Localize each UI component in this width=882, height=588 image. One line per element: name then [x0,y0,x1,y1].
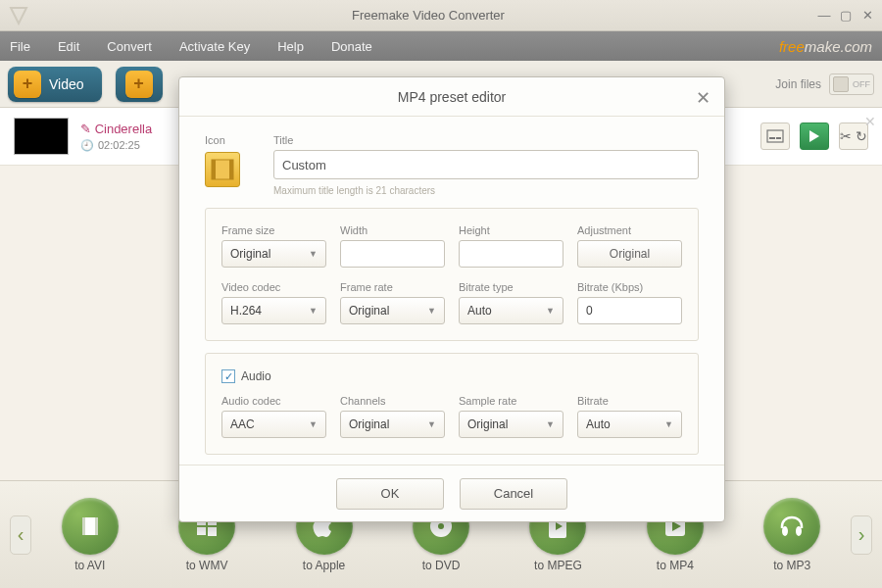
join-files-label: Join files [775,77,821,91]
audio-enable-checkbox[interactable]: ✓ Audio [221,369,682,383]
file-duration: 🕘 02:02:25 [80,139,152,152]
output-avi[interactable]: to AVI [62,498,119,572]
adjustment-button[interactable]: Original [577,240,682,268]
preset-editor-dialog: MP4 preset editor ✕ Icon Title Maximum t… [178,76,725,522]
scroll-left-button[interactable]: ‹ [10,515,31,555]
menu-bar: File Edit Convert Activate Key Help Dona… [0,31,882,61]
window-maximize-button[interactable]: ▢ [839,9,853,23]
menu-edit[interactable]: Edit [58,39,79,54]
dialog-title: MP4 preset editor [398,89,507,105]
output-dvd-label: to DVD [422,559,461,572]
svg-rect-2 [769,137,775,139]
sample-rate-select[interactable]: Original▼ [459,411,564,438]
menu-donate[interactable]: Donate [331,39,372,54]
output-mpeg-label: to MPEG [534,559,582,572]
audio-settings-panel: ✓ Audio Audio codec AAC▼ Channels Origin… [205,353,699,455]
plus-icon: + [125,71,153,98]
audio-codec-select[interactable]: AAC▼ [221,411,326,438]
icon-field-label: Icon [205,134,248,146]
clock-icon: 🕘 [80,139,94,152]
menu-help[interactable]: Help [277,39,304,54]
menu-file[interactable]: File [10,39,30,54]
svg-rect-11 [208,527,217,536]
checkbox-icon: ✓ [221,369,235,383]
svg-rect-6 [82,517,85,535]
toggle-switch[interactable]: OFF [829,74,874,95]
svg-point-13 [438,523,444,529]
video-thumbnail [14,118,69,155]
preset-title-input[interactable] [273,150,699,179]
bitrate-type-select[interactable]: Auto▼ [459,297,564,324]
video-codec-label: Video codec [221,281,326,293]
remove-file-button[interactable]: ✕ [864,114,876,129]
width-input[interactable] [340,240,445,268]
output-avi-label: to AVI [74,559,105,572]
subtitle-button[interactable] [760,122,790,150]
output-apple-label: to Apple [303,559,345,572]
scroll-right-button[interactable]: › [851,515,872,555]
video-settings-panel: Frame size Original▼ Width Height Adjust… [205,208,699,341]
add-video-label: Video [49,76,84,92]
play-button[interactable] [800,122,829,150]
output-mp3-label: to MP3 [773,559,810,572]
height-input[interactable] [459,240,564,268]
svg-rect-22 [229,160,233,179]
svg-rect-1 [767,130,783,142]
toggle-state: OFF [853,79,870,89]
dialog-header: MP4 preset editor ✕ [179,77,724,117]
svg-marker-4 [809,130,819,142]
title-hint: Maximum title length is 21 characters [273,185,699,196]
output-mp4-label: to MP4 [657,559,694,572]
join-files-toggle[interactable]: Join files OFF [775,74,874,95]
svg-rect-10 [197,527,206,535]
audio-checkbox-label: Audio [241,369,271,383]
video-codec-select[interactable]: H.264▼ [221,297,326,324]
svg-marker-0 [11,8,26,24]
svg-point-19 [796,526,802,536]
window-close-button[interactable]: ✕ [860,9,874,23]
adjustment-label: Adjustment [577,224,682,236]
menu-activate-key[interactable]: Activate Key [179,39,250,54]
output-wmv-label: to WMV [186,559,228,572]
sample-rate-label: Sample rate [459,395,564,407]
frame-size-label: Frame size [221,224,326,236]
headphones-icon [763,498,820,555]
menu-convert[interactable]: Convert [107,39,152,54]
svg-rect-3 [776,137,781,139]
svg-rect-7 [95,517,98,535]
frame-rate-label: Frame rate [340,281,445,293]
channels-label: Channels [340,395,445,407]
cancel-button[interactable]: Cancel [460,478,567,510]
window-minimize-button[interactable]: — [817,9,831,23]
toggle-knob [833,76,849,92]
channels-select[interactable]: Original▼ [340,411,445,438]
audio-codec-label: Audio codec [221,395,326,407]
svg-rect-21 [212,160,216,179]
audio-bitrate-select[interactable]: Auto▼ [577,411,682,438]
frame-rate-select[interactable]: Original▼ [340,297,445,324]
window-titlebar: Freemake Video Converter — ▢ ✕ [0,0,882,31]
height-label: Height [459,224,564,236]
dialog-close-button[interactable]: ✕ [696,87,710,109]
frame-size-select[interactable]: Original▼ [221,240,326,268]
audio-bitrate-label: Bitrate [577,395,682,407]
ok-button[interactable]: OK [336,478,444,510]
add-source-button[interactable]: + [116,67,163,102]
film-icon [62,498,119,555]
app-logo-icon [8,5,29,26]
plus-icon: + [14,71,41,98]
add-video-button[interactable]: + Video [8,67,102,102]
preset-icon-picker[interactable] [205,152,240,187]
brand-link[interactable]: freemake.com [779,38,872,55]
dialog-footer: OK Cancel [179,465,724,521]
width-label: Width [340,224,445,236]
bitrate-type-label: Bitrate type [459,281,564,293]
title-field-label: Title [273,134,699,146]
window-title: Freemake Video Converter [39,8,817,23]
file-title[interactable]: ✎ Cinderella [80,122,152,136]
output-mp3[interactable]: to MP3 [763,498,820,572]
svg-point-18 [782,526,788,536]
bitrate-label: Bitrate (Kbps) [577,281,682,293]
bitrate-input[interactable]: 0 [577,297,682,324]
